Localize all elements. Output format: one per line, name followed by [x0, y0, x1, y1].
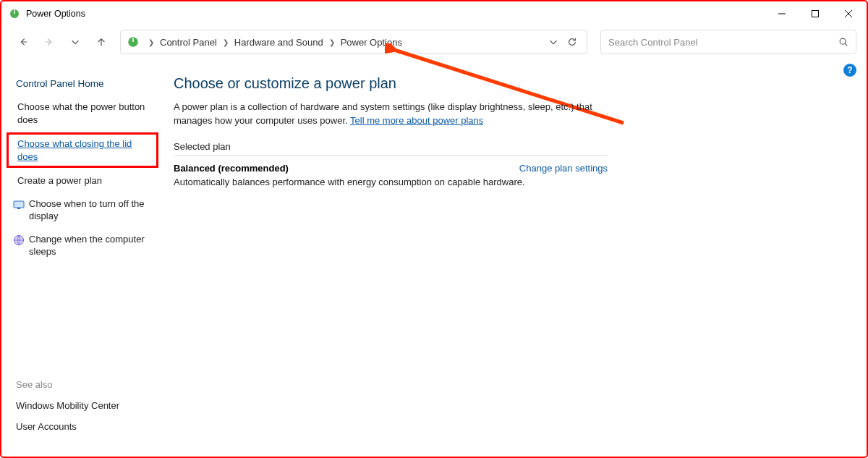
recent-locations-button[interactable] [64, 30, 87, 54]
breadcrumb-item[interactable]: Hardware and Sound [234, 37, 323, 48]
up-button[interactable] [90, 30, 113, 54]
main-content: Choose or customize a power plan A power… [163, 58, 867, 457]
breadcrumb-item[interactable]: Power Options [341, 37, 402, 48]
sidebar-link-closing-lid[interactable]: Choose what closing the lid does [10, 136, 155, 164]
page-description: A power plan is a collection of hardware… [174, 101, 608, 128]
see-also-section: See also Windows Mobility Center User Ac… [16, 379, 119, 442]
plan-description: Automatically balances performance with … [174, 177, 608, 187]
selected-plan-heading: Selected plan [174, 141, 608, 156]
breadcrumb-item[interactable]: Control Panel [160, 37, 217, 48]
address-dropdown-button[interactable] [545, 30, 562, 54]
power-options-icon [127, 35, 140, 48]
minimize-button[interactable] [765, 1, 799, 26]
sidebar-link-power-button[interactable]: Choose what the power button does [13, 101, 155, 126]
search-icon [838, 37, 848, 47]
see-also-user-accounts[interactable]: User Accounts [16, 421, 119, 432]
svg-rect-12 [17, 208, 20, 209]
title-bar: Power Options [1, 1, 867, 26]
search-bar[interactable] [600, 30, 856, 54]
chevron-right-icon: ❯ [223, 38, 229, 46]
chevron-right-icon: ❯ [329, 38, 335, 46]
tell-me-more-link[interactable]: Tell me more about power plans [350, 115, 483, 126]
control-panel-home-link[interactable]: Control Panel Home [16, 78, 155, 89]
page-heading: Choose or customize a power plan [174, 75, 846, 92]
search-input[interactable] [608, 37, 838, 48]
sidebar: Control Panel Home Choose what the power… [1, 58, 163, 457]
sidebar-link-create-plan[interactable]: Create a power plan [13, 174, 155, 187]
plan-name: Balanced (recommended) [174, 163, 289, 174]
chevron-right-icon: ❯ [148, 38, 154, 46]
see-also-heading: See also [16, 379, 119, 390]
window-title: Power Options [26, 9, 85, 19]
sidebar-link-turn-off-display[interactable]: Choose when to turn off the display [13, 198, 155, 223]
back-button[interactable] [12, 30, 35, 54]
svg-point-8 [840, 38, 846, 44]
power-options-icon [9, 8, 20, 20]
svg-line-9 [845, 43, 847, 46]
see-also-mobility-center[interactable]: Windows Mobility Center [16, 400, 119, 411]
forward-button[interactable] [38, 30, 61, 54]
svg-rect-11 [14, 201, 24, 208]
close-button[interactable] [832, 1, 865, 26]
display-icon [13, 199, 25, 211]
address-bar[interactable]: ❯ Control Panel ❯ Hardware and Sound ❯ P… [120, 30, 587, 54]
change-plan-settings-link[interactable]: Change plan settings [519, 163, 608, 174]
globe-icon [13, 234, 25, 246]
maximize-button[interactable] [799, 1, 832, 26]
nav-row: ❯ Control Panel ❯ Hardware and Sound ❯ P… [1, 26, 867, 58]
sidebar-link-computer-sleeps[interactable]: Change when the computer sleeps [13, 233, 155, 258]
svg-rect-2 [812, 11, 819, 17]
refresh-button[interactable] [562, 30, 582, 54]
